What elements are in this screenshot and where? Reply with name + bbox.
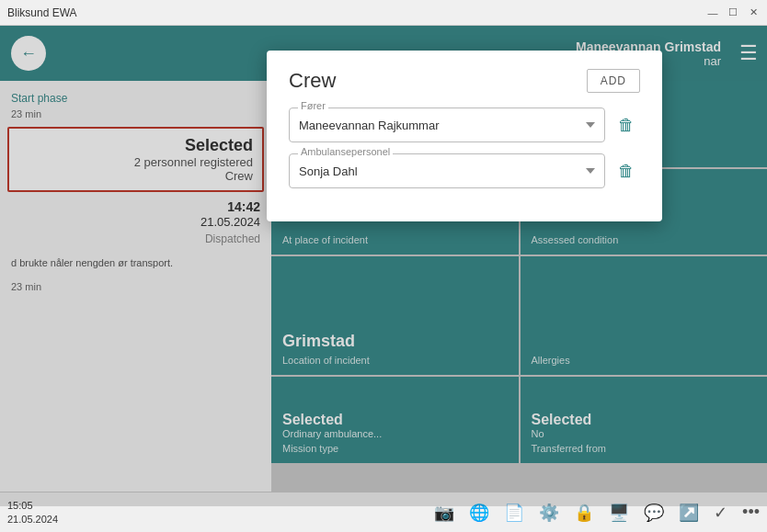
add-button[interactable]: ADD [587, 69, 640, 93]
forer-label: Fører [298, 100, 328, 111]
forer-select[interactable]: Maneevannan Rajkummar [289, 108, 605, 142]
crew-modal: Crew ADD Fører Maneevannan Rajkummar 🗑 A… [267, 51, 662, 221]
ambulanse-row: Sonja Dahl 🗑 [289, 153, 640, 188]
minimize-btn[interactable]: — [706, 6, 719, 19]
forer-row: Maneevannan Rajkummar 🗑 [289, 108, 640, 142]
window-controls: — ☐ ✕ [706, 6, 760, 19]
title-bar: Bliksund EWA — ☐ ✕ [0, 0, 767, 26]
ambulanse-label: Ambulansepersonel [298, 146, 393, 157]
ambulanse-field: Ambulansepersonel Sonja Dahl 🗑 [289, 153, 640, 188]
maximize-btn[interactable]: ☐ [727, 6, 739, 19]
forer-field: Fører Maneevannan Rajkummar 🗑 [289, 108, 640, 142]
close-btn[interactable]: ✕ [747, 6, 760, 19]
current-date: 21.05.2024 [7, 513, 58, 526]
ambulanse-select[interactable]: Sonja Dahl [289, 153, 605, 188]
app-title: Bliksund EWA [7, 6, 77, 19]
ambulanse-delete-btn[interactable]: 🗑 [612, 157, 640, 185]
forer-delete-btn[interactable]: 🗑 [612, 111, 640, 139]
